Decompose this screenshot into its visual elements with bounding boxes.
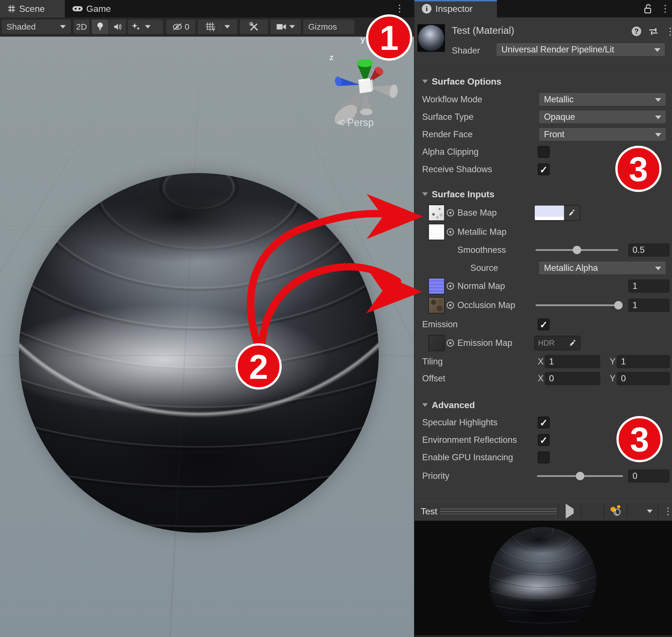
object-picker-icon[interactable]: [447, 228, 454, 236]
metallic-map-thumbnail[interactable]: [428, 224, 445, 240]
axis-z-label[interactable]: z: [329, 53, 334, 62]
environment-reflections-checkbox[interactable]: ✓: [538, 434, 550, 446]
slider-thumb[interactable]: [576, 472, 584, 480]
tiling-x-field[interactable]: 1: [545, 355, 600, 368]
audio-toggle-button[interactable]: [109, 19, 126, 34]
priority-value-field[interactable]: 0: [628, 470, 670, 483]
scene-viewport[interactable]: y x z < Persp: [0, 37, 414, 637]
slider-thumb[interactable]: [614, 301, 623, 309]
object-picker-icon[interactable]: [447, 209, 454, 217]
speaker-icon: [113, 22, 122, 31]
object-picker-icon[interactable]: [447, 283, 454, 290]
base-map-thumbnail[interactable]: [428, 205, 445, 221]
preview-drag-handle[interactable]: [440, 508, 557, 514]
gizmos-dropdown[interactable]: Gizmos: [303, 19, 355, 34]
help-icon[interactable]: ?: [632, 26, 641, 36]
tiling-y-field[interactable]: 1: [617, 355, 670, 368]
gpu-instancing-checkbox[interactable]: [538, 452, 550, 463]
preview-area[interactable]: [414, 521, 672, 635]
lock-icon[interactable]: [643, 4, 653, 14]
tiling-label: Tiling: [422, 357, 443, 367]
shader-dropdown[interactable]: Universal Render Pipeline/Lit: [496, 43, 665, 56]
offset-y-field[interactable]: 0: [617, 372, 670, 385]
grid-settings-button[interactable]: Y: [197, 19, 237, 34]
alpha-clipping-checkbox[interactable]: [538, 146, 550, 158]
occlusion-strength-slider[interactable]: [535, 299, 622, 312]
eyedropper-icon: [568, 209, 576, 217]
scene-tabbar: Scene Game ⋮: [0, 0, 414, 17]
scene-visibility-button[interactable]: 0: [166, 19, 196, 34]
tab-game[interactable]: Game: [65, 0, 125, 17]
metallic-map-label: Metallic Map: [457, 227, 507, 237]
tab-inspector-label: Inspector: [436, 4, 473, 14]
emission-label: Emission: [422, 319, 458, 329]
offset-x-label: X: [538, 374, 544, 384]
advanced-header[interactable]: Advanced: [414, 396, 672, 414]
axis-y-label[interactable]: y: [360, 37, 365, 44]
preview-sphere: [489, 527, 597, 634]
smoothness-value-field[interactable]: 0.5: [628, 243, 670, 256]
alpha-clipping-row: Alpha Clipping: [414, 143, 672, 161]
material-thumbnail[interactable]: [417, 24, 445, 52]
scene-sphere-object[interactable]: [19, 173, 379, 533]
object-picker-icon[interactable]: [447, 339, 454, 347]
slider-thumb[interactable]: [573, 246, 581, 254]
foldout-icon: [422, 193, 428, 199]
receive-shadows-checkbox[interactable]: ✓: [538, 163, 550, 175]
preview-play-button[interactable]: [566, 509, 573, 514]
preview-lighting-button[interactable]: [609, 504, 622, 518]
offset-x-field[interactable]: 0: [545, 372, 600, 385]
workflow-mode-dropdown[interactable]: Metallic: [538, 93, 666, 106]
chevron-down-icon: [145, 25, 151, 29]
normal-map-thumbnail[interactable]: [428, 278, 445, 294]
foldout-icon: [422, 80, 428, 86]
editor-tools-button[interactable]: [240, 19, 268, 34]
workflow-mode-row: Workflow Mode Metallic: [414, 91, 672, 108]
surface-type-value: Opaque: [544, 112, 575, 122]
emission-hdr-color-swatch[interactable]: HDR: [534, 336, 580, 350]
normal-map-scale-field[interactable]: 1: [628, 279, 670, 293]
emission-map-thumbnail[interactable]: [428, 335, 445, 351]
occlusion-strength-field[interactable]: 1: [628, 299, 670, 312]
object-picker-icon[interactable]: [447, 302, 454, 309]
camera-settings-button[interactable]: [270, 19, 301, 34]
base-map-color: [535, 205, 564, 220]
surface-inputs-header[interactable]: Surface Inputs: [414, 185, 672, 203]
specular-highlights-checkbox[interactable]: ✓: [538, 417, 550, 429]
surface-options-title: Surface Options: [432, 76, 501, 87]
scene-menu-icon[interactable]: ⋮: [395, 3, 404, 13]
lightbulb-icon: [96, 22, 104, 32]
shading-mode-dropdown[interactable]: Shaded: [1, 19, 71, 34]
preview-bar[interactable]: Test ⋮: [414, 502, 672, 521]
divider: [604, 504, 605, 518]
chevron-down-icon: [60, 25, 66, 29]
axis-x-label[interactable]: x: [372, 44, 377, 54]
material-menu-icon[interactable]: ⋮: [666, 26, 672, 36]
effects-toggle-button[interactable]: [127, 19, 163, 34]
emission-row: Emission ✓: [414, 316, 672, 333]
tab-inspector[interactable]: i Inspector: [414, 0, 497, 17]
smoothness-slider[interactable]: [535, 243, 618, 256]
workflow-mode-value: Metallic: [544, 94, 573, 105]
render-face-dropdown[interactable]: Front: [538, 128, 666, 141]
tiling-x-label: X: [538, 357, 544, 367]
emission-checkbox[interactable]: ✓: [538, 318, 550, 330]
priority-label: Priority: [422, 471, 449, 481]
source-dropdown[interactable]: Metallic Alpha: [538, 261, 666, 275]
projection-toggle[interactable]: < Persp: [338, 116, 374, 129]
inspector-menu-icon[interactable]: ⋮: [660, 4, 670, 13]
surface-type-dropdown[interactable]: Opaque: [538, 110, 666, 124]
preview-menu-icon[interactable]: ⋮: [663, 506, 672, 516]
priority-slider[interactable]: [537, 470, 623, 483]
occlusion-map-thumbnail[interactable]: [428, 297, 445, 313]
base-map-label: Base Map: [457, 208, 497, 218]
chevron-down-icon[interactable]: [647, 510, 653, 513]
base-map-color-swatch[interactable]: [534, 205, 580, 221]
tab-scene-label: Scene: [19, 4, 45, 14]
2d-toggle-button[interactable]: 2D: [73, 19, 90, 34]
presets-icon[interactable]: [649, 26, 658, 36]
surface-options-header[interactable]: Surface Options: [414, 73, 672, 90]
lighting-toggle-button[interactable]: [91, 19, 109, 34]
eyedropper-zone[interactable]: [564, 205, 580, 220]
tab-scene[interactable]: Scene: [0, 0, 65, 17]
